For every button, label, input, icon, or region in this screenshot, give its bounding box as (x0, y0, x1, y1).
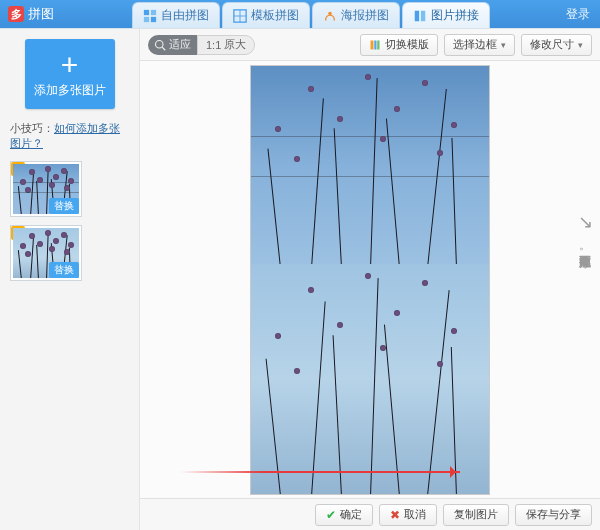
svg-point-7 (328, 11, 332, 15)
svg-rect-2 (144, 16, 149, 21)
thumbnail-list: 1 替换 2 替换 (10, 161, 129, 281)
tab-label: 模板拼图 (251, 7, 299, 24)
thumbnail-1[interactable]: 1 替换 (10, 161, 82, 217)
fit-icon (154, 39, 166, 51)
tab-template-collage[interactable]: 模板拼图 (222, 2, 310, 28)
tab-label: 图片拼接 (431, 7, 479, 24)
logo-mark-icon: 多 (8, 6, 24, 22)
choose-border-button[interactable]: 选择边框▾ (444, 34, 515, 56)
canvas-panel-1[interactable] (251, 66, 489, 266)
login-link[interactable]: 登录 (566, 6, 590, 23)
svg-point-10 (156, 40, 164, 48)
copy-image-button[interactable]: 复制图片 (443, 504, 509, 526)
thumbnail-2[interactable]: 2 替换 (10, 225, 82, 281)
tab-image-join[interactable]: 图片拼接 (402, 2, 490, 28)
sidebar: + 添加多张图片 小技巧：如何添加多张图片？ 1 替换 2 (0, 29, 140, 530)
collage-canvas[interactable] (250, 65, 490, 495)
bottom-bar: ✔ 确定 ✖ 取消 复制图片 保存与分享 (140, 498, 600, 530)
svg-rect-14 (377, 40, 379, 49)
resize-button[interactable]: 修改尺寸▾ (521, 34, 592, 56)
svg-rect-0 (144, 9, 149, 14)
ok-button[interactable]: ✔ 确定 (315, 504, 373, 526)
zoom-control[interactable]: 适应 1:1 原大 (148, 35, 255, 55)
canvas-panel-2[interactable] (251, 264, 489, 494)
check-icon: ✔ (326, 508, 336, 522)
tab-free-collage[interactable]: 自由拼图 (132, 2, 220, 28)
svg-rect-3 (151, 16, 156, 21)
toolbar: 适应 1:1 原大 切换模版 选择边框▾ (140, 29, 600, 61)
svg-rect-8 (415, 10, 419, 21)
zoom-ratio[interactable]: 1:1 原大 (197, 35, 255, 55)
svg-rect-1 (151, 9, 156, 14)
title-bar: 多 拼图 自由拼图 模板拼图 海报拼图 图片拼接 登录 (0, 0, 600, 28)
replace-button[interactable]: 替换 (49, 262, 79, 278)
poster-collage-icon (323, 9, 337, 23)
plus-icon: + (61, 50, 79, 80)
save-share-button[interactable]: 保存与分享 (515, 504, 592, 526)
side-annotation: ↘ 可拖动图片更换顺序。 (578, 211, 594, 258)
svg-rect-12 (371, 40, 374, 49)
fit-button[interactable]: 适应 (148, 35, 197, 55)
free-collage-icon (143, 9, 157, 23)
curved-arrow-icon: ↘ (575, 211, 595, 232)
image-join-icon (413, 9, 427, 23)
tip-text: 小技巧：如何添加多张图片？ (10, 121, 129, 151)
main-area: 适应 1:1 原大 切换模版 选择边框▾ (140, 29, 600, 530)
app-logo: 多 拼图 (0, 0, 62, 28)
chevron-down-icon: ▾ (501, 40, 506, 50)
add-images-button[interactable]: + 添加多张图片 (25, 39, 115, 109)
tab-poster-collage[interactable]: 海报拼图 (312, 2, 400, 28)
replace-button[interactable]: 替换 (49, 198, 79, 214)
switch-template-button[interactable]: 切换模版 (360, 34, 438, 56)
chevron-down-icon: ▾ (578, 40, 583, 50)
add-images-label: 添加多张图片 (34, 82, 106, 99)
cancel-icon: ✖ (390, 508, 400, 522)
canvas-wrap: ↘ 可拖动图片更换顺序。 (140, 61, 600, 498)
tab-bar: 自由拼图 模板拼图 海报拼图 图片拼接 (132, 2, 490, 28)
tab-label: 海报拼图 (341, 7, 389, 24)
app-name: 拼图 (28, 5, 54, 23)
svg-rect-9 (421, 10, 425, 21)
tab-label: 自由拼图 (161, 7, 209, 24)
svg-rect-13 (374, 40, 376, 49)
svg-line-11 (162, 47, 165, 50)
cancel-button[interactable]: ✖ 取消 (379, 504, 437, 526)
annotation-arrow (180, 471, 460, 473)
template-collage-icon (233, 9, 247, 23)
template-icon (369, 39, 381, 51)
